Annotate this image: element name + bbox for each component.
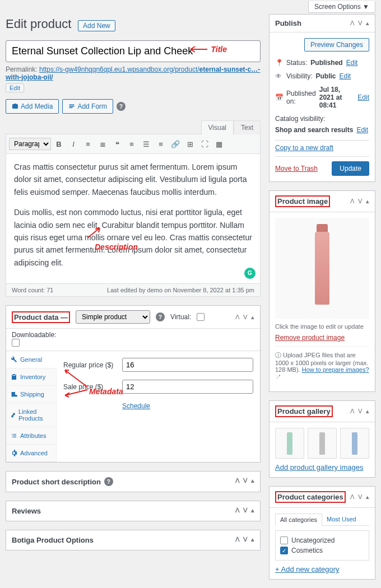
- chevron-down-icon[interactable]: ᐯ: [358, 20, 363, 27]
- bold-button[interactable]: B: [52, 137, 66, 151]
- product-image-thumbnail[interactable]: [275, 218, 369, 319]
- downloadable-checkbox[interactable]: [12, 339, 20, 347]
- ul-button[interactable]: ≡: [81, 137, 95, 151]
- help-icon[interactable]: ?: [117, 102, 126, 111]
- edit-visibility-link[interactable]: Edit: [339, 72, 351, 80]
- add-new-button[interactable]: Add New: [78, 20, 115, 31]
- add-gallery-link[interactable]: Add product gallery images: [275, 463, 364, 472]
- chevron-up-icon[interactable]: ᐱ: [235, 507, 240, 515]
- gallery-thumb-2[interactable]: [308, 428, 337, 459]
- toggle-icon[interactable]: ▴: [251, 507, 254, 515]
- product-image-title: Product image: [275, 195, 330, 207]
- cat-uncategorized-checkbox[interactable]: [280, 536, 288, 544]
- word-count: Word count: 71: [12, 287, 53, 293]
- preview-changes-button[interactable]: Preview Changes: [304, 38, 369, 52]
- help-icon[interactable]: ?: [156, 312, 165, 321]
- edit-date-link[interactable]: Edit: [357, 94, 369, 101]
- chevron-up-icon[interactable]: ᐱ: [350, 198, 355, 205]
- chevron-up-icon[interactable]: ᐱ: [350, 408, 355, 415]
- product-type-select[interactable]: Simple product: [76, 310, 150, 324]
- chevron-down-icon[interactable]: ᐯ: [358, 493, 363, 501]
- link-icon: [11, 412, 16, 418]
- virtual-label: Virtual:: [170, 313, 191, 321]
- gallery-thumb-3[interactable]: [340, 428, 369, 459]
- external-icon: ↗: [275, 374, 281, 380]
- chevron-up-icon[interactable]: ᐱ: [235, 314, 240, 321]
- format-select[interactable]: Paragraph: [9, 138, 51, 150]
- remove-image-link[interactable]: Remove product image: [275, 334, 345, 342]
- truck-icon: [11, 391, 17, 398]
- gear-icon: [11, 450, 17, 456]
- toggle-icon[interactable]: ▴: [366, 198, 369, 205]
- tab-advanced[interactable]: Advanced: [6, 445, 56, 462]
- ol-button[interactable]: ≣: [96, 137, 109, 151]
- content-editor[interactable]: Cras mattis consectetur purus sit amet f…: [6, 154, 260, 283]
- toggle-icon[interactable]: ▴: [366, 20, 369, 27]
- list-icon: [11, 432, 17, 439]
- move-to-trash-link[interactable]: Move to Trash: [275, 165, 318, 172]
- chevron-up-icon[interactable]: ᐱ: [235, 477, 240, 486]
- wrench-icon: [11, 356, 17, 363]
- tab-text[interactable]: Text: [234, 120, 261, 134]
- toggle-icon[interactable]: ▴: [251, 477, 254, 486]
- toggle-icon[interactable]: ▴: [251, 536, 254, 544]
- cat-tab-all[interactable]: All categories: [275, 514, 322, 526]
- chevron-up-icon[interactable]: ᐱ: [235, 536, 240, 544]
- regular-price-label: Regular price ($): [63, 361, 117, 369]
- reviews-title: Reviews: [12, 507, 41, 515]
- toggle-icon[interactable]: ▴: [366, 408, 369, 415]
- add-category-link[interactable]: + Add new category: [275, 565, 340, 573]
- chevron-down-icon[interactable]: ᐯ: [358, 408, 363, 415]
- italic-button[interactable]: I: [67, 137, 80, 151]
- edit-status-link[interactable]: Edit: [346, 59, 358, 67]
- toolbar-toggle-button[interactable]: ▦: [212, 137, 226, 151]
- tab-general[interactable]: General: [6, 351, 57, 368]
- quote-button[interactable]: ❝: [110, 137, 124, 151]
- cat-cosmetics-checkbox[interactable]: ✓: [280, 547, 288, 554]
- tab-visual[interactable]: Visual: [201, 120, 234, 135]
- sale-price-input[interactable]: [122, 380, 253, 394]
- chevron-down-icon[interactable]: ᐯ: [243, 536, 248, 544]
- align-left-button[interactable]: ≡: [125, 137, 138, 151]
- product-title-input[interactable]: [6, 40, 261, 62]
- more-button[interactable]: ⊞: [183, 137, 197, 151]
- chevron-down-icon[interactable]: ᐯ: [243, 477, 248, 486]
- grammarly-icon[interactable]: G: [244, 268, 255, 279]
- cat-tab-most[interactable]: Most Used: [322, 514, 361, 525]
- edit-slug-button[interactable]: Edit: [6, 83, 24, 92]
- gallery-title: Product gallery: [275, 405, 333, 417]
- tab-inventory[interactable]: Inventory: [6, 368, 56, 386]
- chevron-up-icon[interactable]: ᐱ: [350, 20, 355, 27]
- tab-linked[interactable]: Linked Products: [6, 403, 56, 427]
- botiga-title: Botiga Product Options: [12, 536, 94, 544]
- screen-options-toggle[interactable]: Screen Options ▼: [308, 1, 375, 13]
- chevron-up-icon[interactable]: ᐱ: [350, 493, 355, 501]
- prepare-images-link[interactable]: How to prepare images?: [302, 366, 369, 373]
- copy-draft-link[interactable]: Copy to a new draft: [275, 144, 333, 152]
- schedule-link[interactable]: Schedule: [122, 402, 150, 410]
- update-button[interactable]: Update: [332, 161, 369, 176]
- regular-price-input[interactable]: [122, 358, 253, 372]
- tab-attributes[interactable]: Attributes: [6, 427, 56, 445]
- chevron-down-icon[interactable]: ᐯ: [243, 314, 248, 321]
- short-desc-title: Product short description: [12, 478, 101, 486]
- form-icon: [68, 103, 75, 110]
- permalink-label: Permalink:: [6, 66, 38, 73]
- toggle-icon[interactable]: ▴: [366, 493, 369, 501]
- chevron-down-icon[interactable]: ᐯ: [243, 507, 248, 515]
- link-button[interactable]: 🔗: [169, 137, 182, 151]
- help-icon[interactable]: ?: [104, 477, 113, 486]
- toggle-icon[interactable]: ▴: [251, 314, 254, 321]
- cat-cosmetics-label: Cosmetics: [291, 547, 323, 554]
- virtual-checkbox[interactable]: [197, 313, 205, 321]
- gallery-thumb-1[interactable]: [275, 428, 304, 459]
- add-form-button[interactable]: Add Form: [62, 99, 113, 114]
- tab-shipping[interactable]: Shipping: [6, 386, 56, 403]
- align-center-button[interactable]: ☰: [140, 137, 153, 151]
- align-right-button[interactable]: ≡: [154, 137, 168, 151]
- fullscreen-button[interactable]: ⛶: [198, 137, 211, 151]
- edit-catalog-link[interactable]: Edit: [356, 126, 368, 134]
- permalink-link[interactable]: https://s-gw49nhqqn6qpl.eu1.wpsandbox.or…: [6, 66, 260, 81]
- add-media-button[interactable]: Add Media: [6, 99, 59, 114]
- chevron-down-icon[interactable]: ᐯ: [358, 198, 363, 205]
